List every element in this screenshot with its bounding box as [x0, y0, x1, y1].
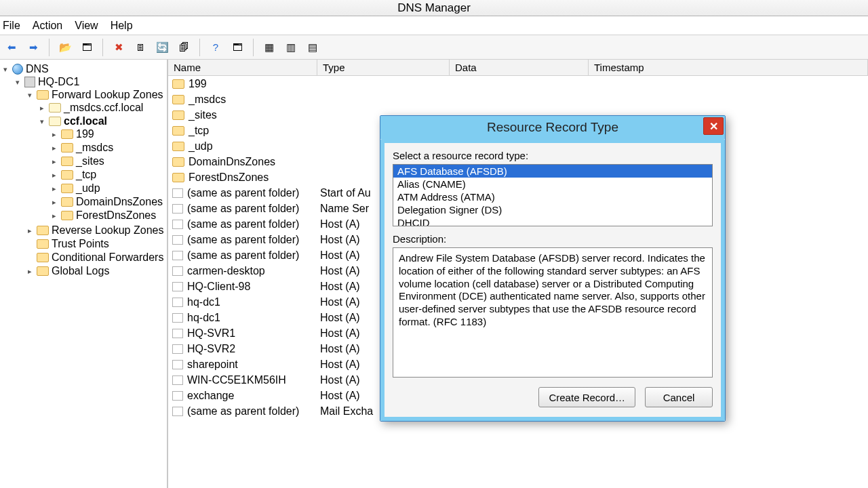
menu-view[interactable]: View: [75, 20, 98, 32]
description-box[interactable]: Andrew File System Database (AFSDB) serv…: [393, 247, 713, 378]
expander-icon[interactable]: ▸: [50, 211, 58, 220]
folder-icon: [172, 173, 184, 182]
console-tree[interactable]: ▾ DNS ▾ HQ-DC1 ▾: [0, 60, 168, 488]
row-name: _sites: [189, 109, 217, 121]
row-type: Host (A): [320, 359, 360, 370]
column-name[interactable]: Name: [168, 60, 317, 75]
record-type-item[interactable]: ATM Address (ATMA): [393, 190, 712, 203]
row-name: WIN-CC5E1KM56IH: [187, 374, 286, 386]
back-icon[interactable]: ⬅: [3, 39, 20, 56]
record-icon: [172, 360, 183, 369]
tree-subfolder[interactable]: _tcp: [76, 169, 96, 181]
dialog-titlebar[interactable]: Resource Record Type ✕: [380, 116, 725, 139]
record-type-item[interactable]: Delegation Signer (DS): [393, 203, 712, 216]
menu-action[interactable]: Action: [33, 20, 62, 32]
dialog-title: Resource Record Type: [487, 120, 618, 135]
tree-cf[interactable]: Conditional Forwarders: [52, 251, 163, 264]
action-icon[interactable]: ▦: [260, 39, 278, 56]
record-type-item[interactable]: DHCID: [393, 216, 712, 226]
record-icon: [172, 313, 183, 323]
row-type: Host (A): [320, 327, 360, 339]
tree-subfolder[interactable]: _msdcs: [76, 142, 113, 154]
expander-icon[interactable]: ▾: [1, 65, 9, 73]
show-hide-icon[interactable]: 🗔: [78, 39, 96, 56]
folder-icon: [61, 157, 73, 166]
list-row[interactable]: 199: [168, 76, 868, 92]
expander-icon[interactable]: ▾: [38, 117, 46, 125]
server-icon: [24, 77, 35, 87]
tree-rlz[interactable]: Reverse Lookup Zones: [52, 224, 163, 237]
tree-gl[interactable]: Global Logs: [52, 265, 109, 277]
folder-icon: [61, 211, 73, 220]
expander-icon[interactable]: ▸: [26, 267, 34, 275]
row-name: (same as parent folder): [187, 203, 299, 215]
properties-icon[interactable]: 🗔: [229, 39, 246, 56]
window-title: DNS Manager: [397, 1, 471, 15]
expander-icon[interactable]: ▾: [26, 91, 34, 99]
row-name: 199: [189, 78, 207, 90]
cancel-button[interactable]: Cancel: [645, 387, 713, 407]
spacer: [26, 253, 34, 262]
row-name: (same as parent folder): [187, 405, 299, 418]
row-type: Host (A): [320, 234, 360, 245]
tree-subfolder[interactable]: _sites: [76, 155, 104, 167]
tree-root[interactable]: DNS: [26, 63, 49, 75]
close-icon[interactable]: ✕: [703, 117, 724, 135]
action-icon[interactable]: ▥: [282, 39, 300, 56]
tree-subfolder[interactable]: _udp: [76, 182, 100, 195]
record-icon: [172, 391, 183, 401]
expander-icon[interactable]: ▸: [50, 144, 58, 152]
tree-zone-selected[interactable]: ccf.local: [64, 115, 107, 127]
row-name: HQ-SVR2: [187, 343, 235, 355]
delete-icon[interactable]: ✖: [110, 39, 127, 56]
tree-zone[interactable]: _msdcs.ccf.local: [64, 102, 143, 114]
row-name: (same as parent folder): [187, 234, 299, 246]
record-type-list[interactable]: AFS Database (AFSDB)Alias (CNAME)ATM Add…: [393, 164, 713, 226]
tree-subfolder[interactable]: ForestDnsZones: [76, 209, 156, 222]
row-type: Host (A): [320, 296, 360, 308]
dns-root-icon: [12, 64, 23, 75]
folder-icon: [61, 143, 73, 152]
record-icon: [172, 282, 183, 291]
column-timestamp[interactable]: Timestamp: [589, 60, 868, 75]
column-data[interactable]: Data: [450, 60, 589, 75]
expander-icon[interactable]: ▸: [50, 198, 58, 206]
menu-help[interactable]: Help: [111, 20, 133, 32]
row-name: (same as parent folder): [187, 249, 299, 262]
up-icon[interactable]: 📂: [56, 39, 74, 56]
list-row[interactable]: _msdcs: [168, 92, 868, 107]
row-type: Host (A): [320, 343, 360, 354]
menu-file[interactable]: File: [3, 20, 20, 32]
row-type: Host (A): [320, 281, 360, 292]
action-icon[interactable]: ▤: [304, 39, 321, 56]
create-record-button[interactable]: Create Record…: [538, 387, 635, 407]
forward-icon[interactable]: ➡: [24, 39, 42, 56]
tree-subfolder[interactable]: DomainDnsZones: [76, 196, 163, 208]
tree-subfolder[interactable]: 199: [76, 128, 94, 140]
row-name: carmen-desktop: [187, 265, 265, 277]
tree-tp[interactable]: Trust Points: [52, 238, 109, 250]
record-icon: [172, 188, 183, 198]
expander-icon[interactable]: ▸: [50, 157, 58, 165]
dialog-buttons: Create Record… Cancel: [393, 387, 713, 407]
expander-icon[interactable]: ▸: [50, 171, 58, 179]
record-icon: [172, 204, 183, 214]
record-type-item[interactable]: Alias (CNAME): [393, 178, 712, 190]
expander-icon[interactable]: ▸: [50, 184, 58, 192]
tree-server[interactable]: HQ-DC1: [38, 76, 79, 88]
help-icon[interactable]: ?: [207, 39, 224, 56]
expander-icon[interactable]: ▸: [26, 226, 34, 235]
expander-icon[interactable]: ▸: [38, 104, 46, 112]
folder-icon: [172, 142, 184, 151]
record-type-item[interactable]: AFS Database (AFSDB): [393, 165, 712, 178]
column-type[interactable]: Type: [317, 60, 450, 75]
spacer: [26, 240, 34, 248]
export-icon[interactable]: 🗐: [175, 39, 193, 56]
refresh-icon[interactable]: 🔄: [153, 39, 171, 56]
folder-icon: [61, 197, 73, 207]
tree-flz[interactable]: Forward Lookup Zones: [52, 89, 163, 101]
new-window-icon[interactable]: 🗏: [132, 39, 149, 56]
expander-icon[interactable]: ▸: [50, 130, 58, 138]
expander-icon[interactable]: ▾: [14, 78, 22, 86]
folder-icon: [172, 157, 184, 167]
